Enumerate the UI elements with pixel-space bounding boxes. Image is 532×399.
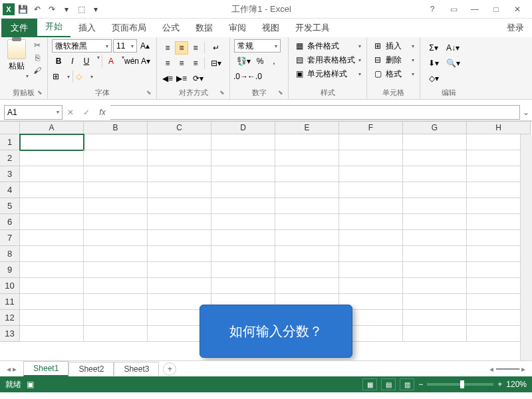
format-painter-icon[interactable]: 🖌 [31, 65, 43, 76]
paste-button[interactable]: 粘贴 ▾ [4, 39, 29, 79]
find-button[interactable]: 🔍▾ [444, 57, 462, 70]
align-right-icon[interactable]: ≡ [189, 57, 202, 70]
font-name-select[interactable]: 微软雅黑▾ [52, 39, 112, 53]
cell[interactable] [211, 278, 275, 294]
expand-formula-icon[interactable]: ⌄ [520, 108, 532, 117]
cell[interactable] [20, 310, 84, 326]
fx-icon[interactable]: fx [94, 105, 110, 120]
row-header[interactable]: 1 [0, 134, 20, 150]
underline-button[interactable]: U [80, 55, 93, 68]
sheet-tab-2[interactable]: Sheet2 [68, 362, 114, 376]
cell[interactable] [84, 198, 148, 214]
cell[interactable] [275, 182, 339, 198]
row-header[interactable]: 11 [0, 294, 20, 310]
row-header[interactable]: 7 [0, 230, 20, 246]
dialog-launcher-icon[interactable]: ⬊ [37, 89, 45, 97]
tab-view[interactable]: 视图 [254, 19, 287, 37]
cell[interactable] [20, 214, 84, 230]
cell[interactable] [403, 294, 467, 310]
row-header[interactable]: 9 [0, 262, 20, 278]
column-header[interactable]: H [467, 122, 531, 134]
cell[interactable] [275, 198, 339, 214]
cell[interactable] [211, 262, 275, 278]
cell[interactable] [84, 166, 148, 182]
sort-filter-button[interactable]: A↓▾ [444, 41, 462, 55]
qat-dropdown-icon[interactable]: ▾ [89, 3, 102, 16]
format-cells-button[interactable]: ▢格式▾ [371, 67, 416, 80]
cell[interactable] [20, 246, 84, 262]
currency-button[interactable]: 💱▾ [234, 55, 253, 68]
row-header[interactable]: 6 [0, 214, 20, 230]
cell[interactable] [84, 230, 148, 246]
row-header[interactable]: 4 [0, 182, 20, 198]
clear-button[interactable]: ◇▾ [424, 72, 443, 85]
cell[interactable] [84, 182, 148, 198]
cell[interactable] [84, 310, 148, 326]
cancel-formula-icon[interactable]: ✕ [63, 105, 78, 120]
horizontal-scrollbar[interactable]: ◂ ━━━━━ ▸ [183, 364, 525, 374]
cell[interactable] [20, 166, 84, 182]
touch-mode-icon[interactable]: ⬚ [74, 3, 88, 16]
cell[interactable] [275, 246, 339, 262]
cell[interactable] [20, 198, 84, 214]
cell[interactable] [275, 230, 339, 246]
column-header[interactable]: E [275, 122, 339, 134]
fill-color-button[interactable]: ◇▾ [75, 70, 94, 83]
font-color-button[interactable]: A [104, 55, 118, 68]
italic-button[interactable]: I [66, 55, 79, 68]
cell[interactable] [275, 278, 339, 294]
row-header[interactable]: 13 [0, 326, 20, 342]
cell[interactable] [339, 246, 403, 262]
tab-formulas[interactable]: 公式 [154, 19, 188, 37]
row-header[interactable]: 5 [0, 198, 20, 214]
select-all-button[interactable] [0, 121, 20, 134]
vertical-scrollbar[interactable] [520, 134, 532, 360]
cell[interactable] [84, 326, 148, 342]
cell[interactable] [403, 326, 467, 342]
sheet-tab-3[interactable]: Sheet3 [114, 362, 159, 376]
cell[interactable] [339, 278, 403, 294]
accept-formula-icon[interactable]: ✓ [78, 105, 94, 120]
decrease-font-icon[interactable]: A▾ [139, 55, 152, 68]
cell[interactable] [148, 198, 211, 214]
column-header[interactable]: A [20, 122, 84, 134]
column-header[interactable]: C [148, 122, 211, 134]
tab-home[interactable]: 开始 [37, 17, 70, 37]
cell[interactable] [84, 246, 148, 262]
fill-button[interactable]: ⬇▾ [424, 57, 443, 70]
row-header[interactable]: 3 [0, 166, 20, 182]
row-header[interactable]: 8 [0, 246, 20, 262]
cell[interactable] [211, 166, 275, 182]
ribbon-options-button[interactable]: ▭ [446, 5, 462, 14]
dialog-launcher-icon[interactable]: ⬊ [278, 89, 286, 97]
page-break-view-button[interactable]: ▥ [400, 378, 414, 390]
align-left-icon[interactable]: ≡ [161, 57, 174, 70]
cell[interactable] [211, 134, 275, 150]
macro-record-icon[interactable]: ▣ [27, 380, 34, 389]
maximize-button[interactable]: □ [488, 5, 504, 14]
percent-button[interactable]: % [253, 55, 267, 68]
cell[interactable] [403, 246, 467, 262]
comma-button[interactable]: , [267, 55, 281, 68]
cell[interactable] [339, 214, 403, 230]
dialog-launcher-icon[interactable]: ⬊ [219, 89, 227, 97]
zoom-out-button[interactable]: − [418, 380, 423, 389]
page-layout-view-button[interactable]: ▤ [381, 378, 396, 390]
cell[interactable] [211, 246, 275, 262]
cut-icon[interactable]: ✂ [31, 39, 43, 51]
dialog-launcher-icon[interactable]: ⬊ [146, 89, 154, 97]
border-button[interactable]: ⊞▾ [52, 70, 70, 83]
cell[interactable] [403, 214, 467, 230]
cell[interactable] [403, 198, 467, 214]
cell[interactable] [339, 150, 403, 166]
cell[interactable] [20, 262, 84, 278]
save-icon[interactable]: 💾 [16, 3, 29, 16]
cell[interactable] [20, 134, 84, 150]
cell[interactable] [84, 262, 148, 278]
cell[interactable] [148, 150, 211, 166]
cell[interactable] [20, 230, 84, 246]
tab-review[interactable]: 审阅 [221, 19, 254, 37]
cell[interactable] [403, 310, 467, 326]
cell[interactable] [148, 230, 211, 246]
cell[interactable] [403, 278, 467, 294]
